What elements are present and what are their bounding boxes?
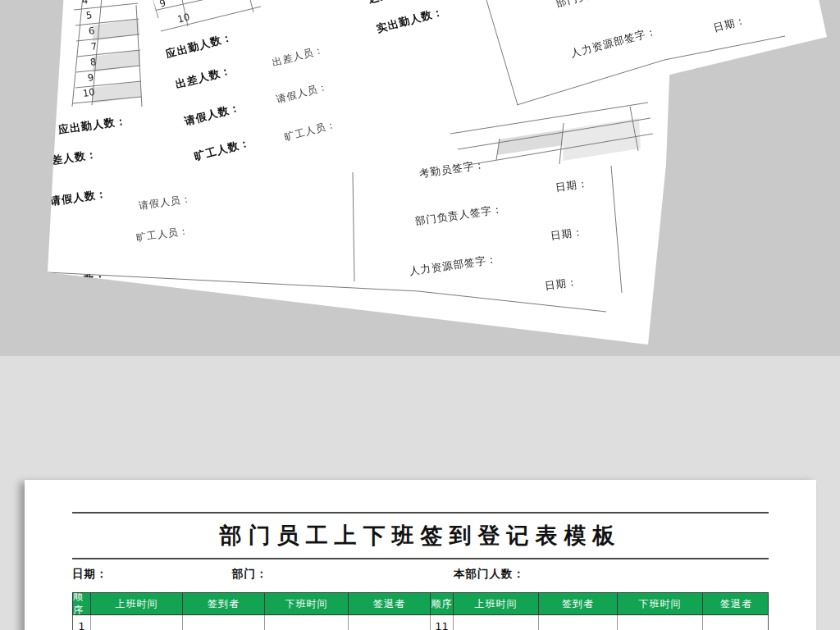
cell-empty xyxy=(618,615,703,630)
cell-empty xyxy=(454,615,539,630)
title-rule-top xyxy=(72,512,769,514)
header-clockin-time: 上班时间 xyxy=(91,593,183,614)
field-headcount-label: 本部门人数： xyxy=(454,567,525,582)
cell-order: 11 xyxy=(431,615,454,630)
header-signout-person: 签退者 xyxy=(703,593,769,614)
header-order: 顺序 xyxy=(431,593,454,614)
header-clockin-time: 上班时间 xyxy=(454,593,539,614)
header-signin-person: 签到者 xyxy=(183,593,265,614)
field-date-label: 日期： xyxy=(72,567,108,582)
cell-order: 1 xyxy=(73,615,91,630)
form-title: 部门员工上下班签到登记表模板 xyxy=(25,521,816,550)
cell-empty xyxy=(349,615,431,630)
header-order: 顺序 xyxy=(73,593,91,614)
bottom-form-sheet: 部门员工上下班签到登记表模板 日期： 部门： 本部门人数： 顺序 上班时间 签到… xyxy=(25,480,816,630)
header-clockout-time: 下班时间 xyxy=(265,593,349,614)
cell-empty xyxy=(539,615,618,630)
field-department-label: 部门： xyxy=(232,567,268,582)
cell-empty xyxy=(183,615,265,630)
table-header-row: 顺序 上班时间 签到者 下班时间 签退者 顺序 上班时间 签到者 下班时间 签退… xyxy=(72,592,769,615)
row-number: 4 xyxy=(81,0,89,7)
row-number: 10 xyxy=(82,86,95,99)
cell-empty xyxy=(703,615,769,630)
sign-in-table: 顺序 上班时间 签到者 下班时间 签退者 顺序 上班时间 签到者 下班时间 签退… xyxy=(72,592,769,630)
cell-empty xyxy=(91,615,183,630)
template-preview-page: { "colors": { "header_green": "#12a452",… xyxy=(0,0,840,630)
header-signin-person: 签到者 xyxy=(539,593,618,614)
table-row: 1 11 xyxy=(72,615,769,630)
title-rule-bottom xyxy=(72,558,769,559)
header-clockout-time: 下班时间 xyxy=(618,593,703,614)
header-signout-person: 签退者 xyxy=(349,593,431,614)
cell-empty xyxy=(265,615,349,630)
